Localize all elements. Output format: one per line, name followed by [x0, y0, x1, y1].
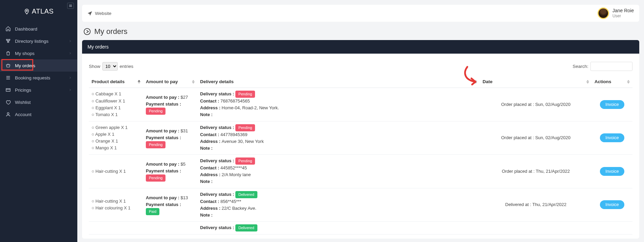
svg-point-0 [26, 10, 27, 11]
avatar [598, 7, 609, 19]
main: Website Jane Roie User My orders My orde… [77, 0, 644, 242]
product-line: ○ Hair-cutting X 1 [92, 168, 140, 175]
product-line: ○ Green apple X 1 [92, 124, 140, 131]
table-row: ○ Cabbage X 1○ Cauliflower X 1○ Eggplant… [89, 88, 632, 122]
hamburger-toggle[interactable] [67, 3, 74, 9]
cell-products: ○ Cabbage X 1○ Cauliflower X 1○ Eggplant… [89, 88, 143, 122]
orders-card: My orders Show 10 entries Search: [82, 40, 639, 239]
sidebar-item-dashboard[interactable]: Dashboard [0, 23, 77, 35]
cell-delivery: Delivery status : Delivered [197, 222, 480, 235]
cell-delivery: Delivery status : PendingContact : 44778… [197, 121, 480, 155]
cell-amount: Amount to pay : $31Payment status : Pend… [143, 121, 197, 155]
card-icon [5, 87, 11, 93]
col-amount[interactable]: Amount to pay [143, 76, 197, 88]
cell-products: ○ Green apple X 1○ Apple X 1○ Orange X 1… [89, 121, 143, 155]
invoice-button[interactable]: Invoice [600, 200, 624, 209]
user-name: Jane Roie [612, 8, 634, 14]
cell-date: Order placed at : Sun, 02/Aug/2020 [480, 88, 592, 122]
cell-amount: Amount to pay : $5Payment status : Pendi… [143, 155, 197, 188]
table-controls: Show 10 entries Search: [89, 62, 632, 71]
sidebar-item-label: Dashboard [15, 26, 37, 32]
sidebar-item-booking[interactable]: Booking requests [0, 72, 77, 84]
cell-date [480, 222, 592, 235]
chevron-right-icon [69, 75, 72, 80]
brand[interactable]: ATLAS [24, 7, 54, 15]
brand-text: ATLAS [32, 7, 54, 15]
heart-icon [5, 99, 11, 105]
cell-actions: Invoice [592, 155, 632, 188]
col-actions[interactable]: Actions [592, 76, 632, 88]
search-label: Search: [572, 64, 588, 69]
cell-amount: Amount to pay : $27Payment status : Pend… [143, 88, 197, 122]
sidebar-item-pricings[interactable]: Pricings [0, 84, 77, 96]
table-row: ○ Hair-cutting X 1Amount to pay : $5Paym… [89, 155, 632, 188]
sidebar-item-label: Directory listings [15, 39, 48, 44]
sidebar-item-label: Account [15, 112, 32, 117]
user-role: User [612, 14, 634, 18]
table-row: Delivery status : Delivered [89, 222, 632, 235]
product-line: ○ Cauliflower X 1 [92, 98, 140, 105]
sidebar-nav: DashboardDirectory listingsMy shopsMy or… [0, 23, 77, 120]
sidebar-item-wishlist[interactable]: Wishlist [0, 96, 77, 108]
sidebar-item-label: My shops [15, 51, 35, 56]
cell-delivery: Delivery status : PendingContact : 76876… [197, 88, 480, 122]
product-line: ○ Eggplant X 1 [92, 105, 140, 111]
invoice-button[interactable]: Invoice [600, 133, 624, 142]
website-label: Website [95, 11, 112, 16]
cell-actions [592, 222, 632, 235]
col-delivery[interactable]: Delivery details [197, 76, 480, 88]
svg-point-1 [84, 29, 90, 35]
cell-delivery: Delivery status : DeliveredContact : 856… [197, 188, 480, 222]
user-menu[interactable]: Jane Roie User [598, 7, 634, 19]
entries-label: entries [120, 64, 134, 69]
sidebar-item-directory[interactable]: Directory listings [0, 35, 77, 47]
sidebar: ATLAS DashboardDirectory listingsMy shop… [0, 0, 77, 242]
list-icon [5, 75, 11, 80]
sidebar-item-orders[interactable]: My orders [0, 59, 77, 72]
card-header: My orders [82, 40, 639, 54]
plane-icon [87, 11, 92, 16]
invoice-button[interactable]: Invoice [600, 167, 624, 176]
product-line: ○ Mango X 1 [92, 145, 140, 151]
cell-actions: Invoice [592, 88, 632, 122]
col-date[interactable]: Date [480, 76, 592, 88]
cell-products: ○ Hair-cutting X 1○ Hair colouring X 1 [89, 188, 143, 222]
product-line: ○ Hair colouring X 1 [92, 205, 140, 211]
invoice-button[interactable]: Invoice [600, 100, 624, 109]
chevron-right-icon [69, 88, 72, 93]
menu-icon [69, 4, 73, 8]
cell-amount [143, 222, 197, 235]
cell-date: Order placed at : Thu, 21/Apr/2022 [480, 155, 592, 188]
sidebar-item-account[interactable]: Account [0, 108, 77, 120]
search-input[interactable] [590, 62, 632, 71]
chevron-right-icon [69, 39, 72, 44]
col-product[interactable]: Product details [89, 76, 143, 88]
user-meta: Jane Roie User [612, 8, 634, 18]
home-icon [5, 26, 11, 32]
product-line: ○ Hair-cutting X 1 [92, 198, 140, 205]
pin-icon [24, 8, 30, 15]
sidebar-item-shops[interactable]: My shops [0, 47, 77, 59]
cell-amount: Amount to pay : $13Payment status : Paid [143, 188, 197, 222]
orders-table: Product details Amount to pay Delivery d… [89, 76, 632, 235]
basket-icon [5, 63, 11, 68]
product-line: ○ Apple X 1 [92, 131, 140, 138]
arrow-circle-icon [83, 28, 91, 35]
table-row: ○ Hair-cutting X 1○ Hair colouring X 1Am… [89, 188, 632, 222]
show-label: Show [89, 64, 100, 69]
cell-date: Order placed at : Sun, 02/Aug/2020 [480, 121, 592, 155]
website-link[interactable]: Website [87, 11, 112, 16]
sidebar-item-label: Booking requests [15, 75, 50, 80]
sidebar-item-label: Wishlist [15, 100, 31, 105]
product-line: ○ Cabbage X 1 [92, 91, 140, 97]
cell-products: ○ Hair-cutting X 1 [89, 155, 143, 188]
page-title-row: My orders [83, 27, 638, 36]
page-title: My orders [94, 27, 128, 36]
bag-icon [5, 51, 11, 56]
sidebar-item-label: Pricings [15, 88, 31, 93]
page-size-select[interactable]: 10 [102, 62, 118, 71]
product-line: ○ Orange X 1 [92, 138, 140, 145]
topbar: Website Jane Roie User [82, 5, 639, 22]
table-row: ○ Green apple X 1○ Apple X 1○ Orange X 1… [89, 121, 632, 155]
cell-actions: Invoice [592, 188, 632, 222]
